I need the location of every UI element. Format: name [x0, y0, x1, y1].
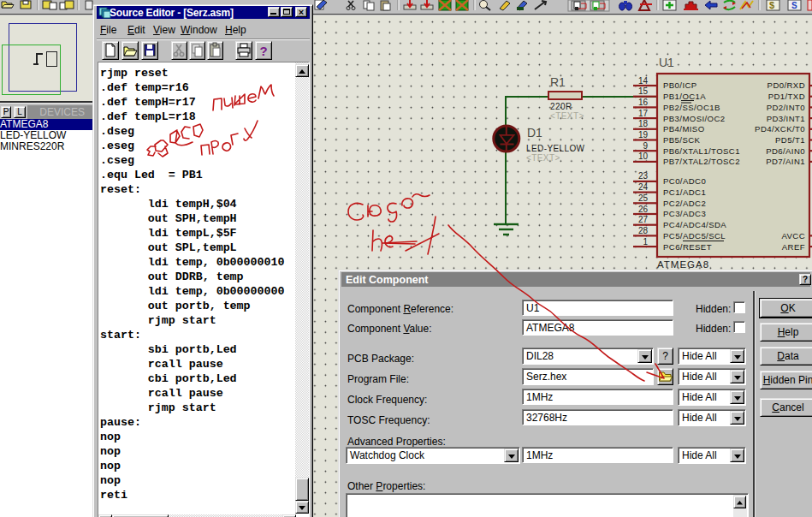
svg-text:S: S	[791, 1, 797, 10]
svg-text:$: $	[769, 0, 774, 10]
